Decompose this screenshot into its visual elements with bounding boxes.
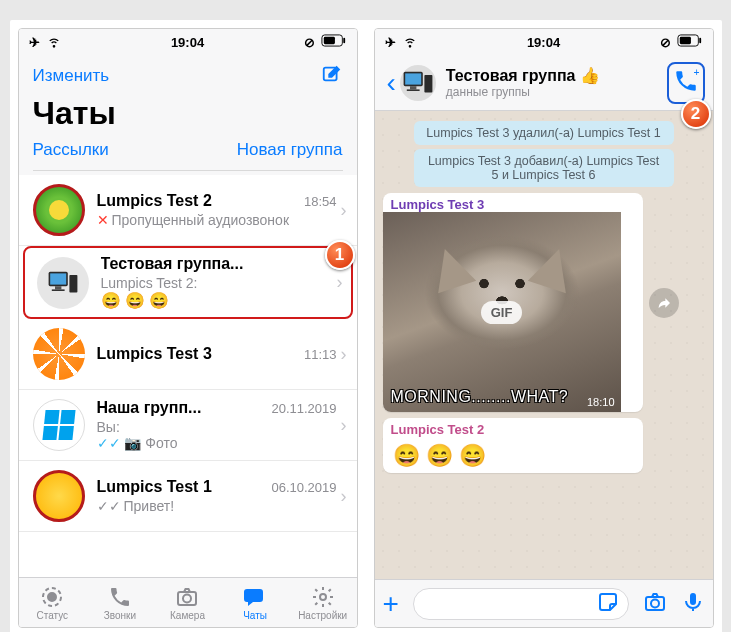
system-message: Lumpics Test 3 добавил(-а) Lumpics Test … (414, 149, 674, 187)
chat-preview: ✓✓ 📷 Фото (97, 435, 178, 451)
new-group-link[interactable]: Новая группа (237, 140, 343, 160)
avatar (33, 470, 85, 522)
status-time: 19:04 (19, 35, 357, 50)
tab-camera[interactable]: Камера (154, 578, 222, 627)
chat-title: Тестовая группа... (101, 255, 244, 273)
message-sender: Lumpics Test 3 (383, 193, 643, 212)
chat-preview: Пропущенный аудиозвонок (112, 212, 290, 228)
svg-rect-8 (69, 275, 77, 293)
sticker-icon[interactable] (596, 590, 620, 618)
status-time: 19:04 (375, 35, 713, 50)
chat-preview-author: Вы: (97, 419, 120, 435)
back-button[interactable]: ‹ (383, 67, 400, 99)
svg-point-10 (48, 593, 56, 601)
svg-rect-6 (55, 286, 61, 289)
phone-conversation: ✈︎ 19:04 ⊘ ‹ Тестовая группа 👍 данные гр… (374, 28, 714, 628)
chat-time: 18:54 (304, 194, 337, 209)
annotation-marker-2: 2 (681, 99, 711, 129)
svg-rect-5 (50, 273, 66, 284)
message-incoming[interactable]: Lumpics Test 2 😄 😄 😄 (383, 418, 643, 473)
tab-label: Звонки (104, 610, 136, 621)
group-avatar[interactable] (400, 65, 436, 101)
avatar (33, 184, 85, 236)
avatar (37, 257, 89, 309)
chat-preview-author: Lumpics Test 2: (101, 275, 198, 291)
svg-rect-21 (424, 75, 432, 93)
compose-icon[interactable] (321, 63, 343, 89)
system-message: Lumpics Test 3 удалил(-а) Lumpics Test 1 (414, 121, 674, 145)
chat-item[interactable]: Lumpics Test 2 18:54 ✕ Пропущенный аудио… (19, 175, 357, 246)
avatar (33, 399, 85, 451)
chevron-right-icon: › (341, 200, 347, 221)
status-bar: ✈︎ 19:04 ⊘ (375, 29, 713, 55)
chat-item[interactable]: Наша групп... 20.11.2019 Вы: ✓✓ 📷 Фото › (19, 390, 357, 461)
chat-preview-emojis: 😄 😄 😄 (101, 291, 170, 310)
chat-list: Lumpics Test 2 18:54 ✕ Пропущенный аудио… (19, 175, 357, 577)
tab-bar: Статус Звонки Камера Чаты Настройки (19, 577, 357, 627)
tab-settings[interactable]: Настройки (289, 578, 357, 627)
chat-time: 11:13 (304, 347, 337, 362)
chat-item[interactable]: Lumpics Test 1 06.10.2019 ✓✓ Привет! › (19, 461, 357, 532)
message-content: 😄 😄 😄 (383, 437, 643, 473)
forward-icon[interactable] (649, 288, 679, 318)
chat-title: Lumpics Test 3 (97, 345, 212, 363)
tab-label: Настройки (298, 610, 347, 621)
phone-chats: ✈︎ 19:04 ⊘ Изменить Чаты (18, 28, 358, 628)
gif-caption: MORNING........WHAT? (391, 388, 569, 406)
page-title: Чаты (33, 91, 343, 132)
chevron-right-icon: › (341, 344, 347, 365)
message-time: 18:10 (587, 396, 615, 408)
message-input-bar: + (375, 579, 713, 627)
screenshot-pair: ✈︎ 19:04 ⊘ Изменить Чаты (10, 20, 722, 632)
conversation-body: Lumpics Test 3 удалил(-а) Lumpics Test 1… (375, 111, 713, 579)
chevron-right-icon: › (341, 486, 347, 507)
conversation-title-block[interactable]: Тестовая группа 👍 данные группы (446, 66, 667, 99)
chevron-right-icon: › (337, 272, 343, 293)
svg-text:+: + (693, 68, 698, 78)
broadcasts-link[interactable]: Рассылки (33, 140, 109, 160)
message-sender: Lumpics Test 2 (383, 418, 643, 437)
svg-point-24 (651, 599, 659, 607)
chat-title: Наша групп... (97, 399, 202, 417)
tab-label: Чаты (243, 610, 267, 621)
svg-rect-19 (410, 86, 416, 89)
chat-item-highlighted[interactable]: 1 Тестовая группа... Lumpics Test 2: 😄 😄… (23, 246, 353, 319)
svg-rect-20 (407, 89, 420, 91)
call-button[interactable]: + (667, 62, 705, 104)
svg-rect-7 (51, 289, 64, 291)
missed-call-icon: ✕ (97, 212, 109, 228)
chevron-right-icon: › (341, 415, 347, 436)
chat-title: Lumpics Test 2 (97, 192, 212, 210)
attach-button[interactable]: + (383, 588, 399, 620)
microphone-icon[interactable] (681, 590, 705, 618)
message-input[interactable] (413, 588, 629, 620)
avatar (33, 328, 85, 380)
tab-label: Камера (170, 610, 205, 621)
camera-icon[interactable] (643, 590, 667, 618)
svg-point-13 (320, 594, 326, 600)
chat-time: 06.10.2019 (271, 480, 336, 495)
message-incoming[interactable]: Lumpics Test 3 GIF MORNING........WHAT? … (383, 193, 643, 412)
chats-header: Изменить Чаты Рассылки Новая группа (19, 55, 357, 175)
svg-rect-18 (405, 73, 421, 84)
status-bar: ✈︎ 19:04 ⊘ (19, 29, 357, 55)
svg-rect-25 (690, 593, 696, 605)
conversation-subtitle: данные группы (446, 85, 667, 99)
tab-calls[interactable]: Звонки (86, 578, 154, 627)
chat-time: 20.11.2019 (271, 401, 336, 416)
edit-button[interactable]: Изменить (33, 66, 110, 86)
chat-item[interactable]: Lumpics Test 3 11:13 › (19, 319, 357, 390)
gif-attachment[interactable]: GIF MORNING........WHAT? 18:10 (383, 212, 621, 412)
annotation-marker-1: 1 (325, 240, 355, 270)
tab-label: Статус (36, 610, 68, 621)
conversation-header: ‹ Тестовая группа 👍 данные группы + 2 (375, 55, 713, 111)
conversation-title: Тестовая группа 👍 (446, 66, 667, 85)
gif-badge: GIF (481, 301, 523, 324)
chat-preview: Привет! (124, 498, 175, 514)
chat-title: Lumpics Test 1 (97, 478, 212, 496)
tab-status[interactable]: Статус (19, 578, 87, 627)
svg-point-12 (183, 594, 191, 602)
tab-chats[interactable]: Чаты (221, 578, 289, 627)
